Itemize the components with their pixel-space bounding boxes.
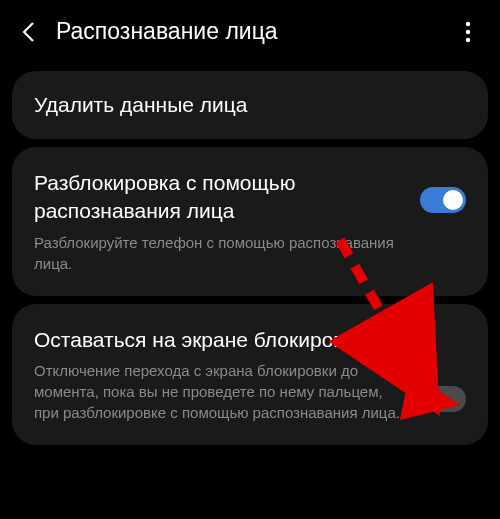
setting-text: Разблокировка с помощью распознавания ли… [34, 169, 404, 274]
stay-on-lockscreen-desc: Отключение перехода с экрана блокировки … [34, 360, 404, 423]
setting-row: Разблокировка с помощью распознавания ли… [34, 169, 466, 274]
svg-point-1 [466, 29, 470, 33]
toggle-knob [443, 190, 463, 210]
more-icon[interactable] [456, 20, 480, 44]
stay-on-lockscreen-toggle[interactable] [420, 386, 466, 412]
setting-row: Оставаться на экране блокировки Отключен… [34, 326, 466, 423]
face-unlock-desc: Разблокируйте телефон с помощью распозна… [34, 232, 404, 274]
delete-face-data-card[interactable]: Удалить данные лица [12, 71, 488, 139]
setting-text: Оставаться на экране блокировки Отключен… [34, 326, 404, 423]
svg-point-0 [466, 21, 470, 25]
header-left: Распознавание лица [16, 18, 278, 45]
stay-on-lockscreen-card[interactable]: Оставаться на экране блокировки Отключен… [12, 304, 488, 445]
face-unlock-title: Разблокировка с помощью распознавания ли… [34, 169, 404, 226]
face-unlock-toggle[interactable] [420, 187, 466, 213]
delete-face-data-label: Удалить данные лица [34, 93, 466, 117]
svg-point-2 [466, 37, 470, 41]
stay-on-lockscreen-title: Оставаться на экране блокировки [34, 326, 404, 354]
back-icon[interactable] [16, 20, 40, 44]
face-unlock-card[interactable]: Разблокировка с помощью распознавания ли… [12, 147, 488, 296]
header: Распознавание лица [0, 0, 500, 63]
page-title: Распознавание лица [56, 18, 278, 45]
toggle-knob [423, 389, 443, 409]
